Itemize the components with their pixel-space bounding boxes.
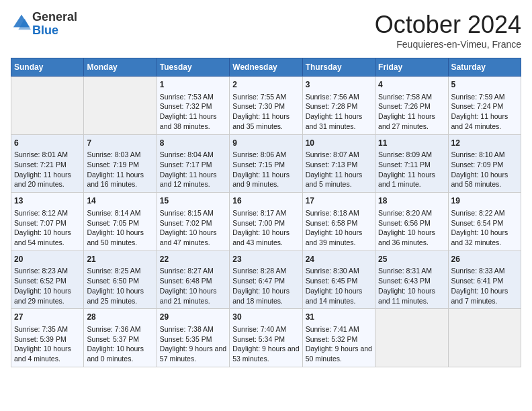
day-number: 1: [160, 79, 226, 91]
daylight-text: Daylight: 10 hours and 21 minutes.: [160, 286, 226, 306]
sunset-text: Sunset: 7:26 PM: [378, 101, 445, 111]
sunrise-text: Sunrise: 8:31 AM: [378, 266, 445, 276]
sunset-text: Sunset: 7:00 PM: [232, 218, 299, 228]
sunrise-text: Sunrise: 8:14 AM: [87, 208, 153, 218]
calendar-cell: 23Sunrise: 8:28 AMSunset: 6:47 PMDayligh…: [230, 250, 302, 309]
calendar-cell: [84, 77, 157, 135]
day-number: 8: [160, 138, 226, 149]
calendar-cell: 29Sunrise: 7:38 AMSunset: 5:35 PMDayligh…: [157, 309, 229, 367]
sunset-text: Sunset: 6:58 PM: [306, 218, 372, 228]
sunset-text: Sunset: 7:09 PM: [451, 160, 518, 170]
calendar-week-row: 27Sunrise: 7:35 AMSunset: 5:39 PMDayligh…: [11, 309, 521, 367]
calendar-cell: 28Sunrise: 7:36 AMSunset: 5:37 PMDayligh…: [84, 309, 157, 367]
daylight-text: Daylight: 10 hours and 14 minutes.: [306, 286, 372, 306]
day-number: 15: [160, 195, 226, 207]
day-number: 28: [87, 312, 153, 323]
logo: General Blue: [11, 11, 77, 38]
day-of-week-header: Saturday: [448, 58, 521, 77]
calendar-cell: 15Sunrise: 8:15 AMSunset: 7:02 PMDayligh…: [157, 193, 229, 251]
calendar-cell: 22Sunrise: 8:27 AMSunset: 6:48 PMDayligh…: [157, 250, 229, 309]
daylight-text: Daylight: 9 hours and 50 minutes.: [306, 344, 372, 363]
calendar-table: SundayMondayTuesdayWednesdayThursdayFrid…: [11, 58, 521, 367]
sunset-text: Sunset: 7:28 PM: [306, 101, 372, 111]
sunrise-text: Sunrise: 7:56 AM: [306, 92, 372, 102]
sunrise-text: Sunrise: 8:03 AM: [87, 150, 153, 160]
day-number: 7: [87, 138, 153, 149]
daylight-text: Daylight: 9 hours and 57 minutes.: [160, 344, 226, 363]
daylight-text: Daylight: 11 hours and 9 minutes.: [232, 170, 299, 189]
sunrise-text: Sunrise: 8:15 AM: [160, 208, 226, 218]
daylight-text: Daylight: 9 hours and 53 minutes.: [232, 344, 299, 363]
sunrise-text: Sunrise: 7:38 AM: [160, 324, 226, 334]
calendar-week-row: 1Sunrise: 7:53 AMSunset: 7:32 PMDaylight…: [11, 77, 521, 135]
sunset-text: Sunset: 6:47 PM: [232, 276, 299, 286]
sunrise-text: Sunrise: 8:28 AM: [232, 266, 299, 276]
calendar-header: SundayMondayTuesdayWednesdayThursdayFrid…: [11, 58, 521, 77]
sunset-text: Sunset: 5:35 PM: [160, 334, 226, 345]
day-number: 11: [378, 138, 445, 149]
sunset-text: Sunset: 5:34 PM: [232, 334, 299, 345]
calendar-week-row: 20Sunrise: 8:23 AMSunset: 6:52 PMDayligh…: [11, 250, 521, 309]
sunrise-text: Sunrise: 8:17 AM: [232, 208, 299, 218]
day-number: 14: [87, 195, 153, 207]
daylight-text: Daylight: 11 hours and 38 minutes.: [160, 111, 226, 131]
daylight-text: Daylight: 10 hours and 54 minutes.: [14, 228, 81, 247]
sunset-text: Sunset: 7:19 PM: [87, 160, 153, 170]
day-number: 19: [451, 195, 518, 207]
day-number: 13: [14, 195, 81, 207]
day-number: 9: [232, 138, 299, 149]
day-number: 4: [378, 79, 445, 91]
calendar-cell: 9Sunrise: 8:06 AMSunset: 7:15 PMDaylight…: [230, 134, 302, 193]
day-number: 21: [87, 254, 153, 265]
day-number: 31: [306, 312, 372, 323]
day-of-week-header: Thursday: [302, 58, 375, 77]
sunrise-text: Sunrise: 7:40 AM: [232, 324, 299, 334]
calendar-cell: 16Sunrise: 8:17 AMSunset: 7:00 PMDayligh…: [230, 193, 302, 251]
day-of-week-header: Monday: [84, 58, 157, 77]
sunset-text: Sunset: 7:13 PM: [306, 160, 372, 170]
sunrise-text: Sunrise: 8:18 AM: [306, 208, 372, 218]
logo-blue-text: Blue: [32, 24, 58, 37]
day-of-week-header: Friday: [375, 58, 448, 77]
sunrise-text: Sunrise: 7:55 AM: [232, 92, 299, 102]
calendar-cell: 17Sunrise: 8:18 AMSunset: 6:58 PMDayligh…: [302, 193, 375, 251]
daylight-text: Daylight: 10 hours and 58 minutes.: [451, 170, 518, 189]
daylight-text: Daylight: 11 hours and 27 minutes.: [378, 111, 445, 131]
calendar-week-row: 6Sunrise: 8:01 AMSunset: 7:21 PMDaylight…: [11, 134, 521, 193]
sunset-text: Sunset: 7:21 PM: [14, 160, 81, 170]
daylight-text: Daylight: 10 hours and 39 minutes.: [306, 228, 372, 247]
sunrise-text: Sunrise: 7:53 AM: [160, 92, 226, 102]
sunrise-text: Sunrise: 7:36 AM: [87, 324, 153, 334]
sunset-text: Sunset: 7:32 PM: [160, 101, 226, 111]
sunset-text: Sunset: 6:43 PM: [378, 276, 445, 286]
calendar-cell: 27Sunrise: 7:35 AMSunset: 5:39 PMDayligh…: [11, 309, 84, 367]
day-number: 10: [306, 138, 372, 149]
day-number: 17: [306, 195, 372, 207]
sunset-text: Sunset: 6:48 PM: [160, 276, 226, 286]
daylight-text: Daylight: 10 hours and 0 minutes.: [87, 344, 153, 363]
location-label: Feuquieres-en-Vimeu, France: [375, 39, 521, 50]
sunset-text: Sunset: 7:11 PM: [378, 160, 445, 170]
calendar-cell: [375, 309, 448, 367]
sunrise-text: Sunrise: 8:30 AM: [306, 266, 372, 276]
sunset-text: Sunset: 7:07 PM: [14, 218, 81, 228]
sunrise-text: Sunrise: 8:06 AM: [232, 150, 299, 160]
daylight-text: Daylight: 11 hours and 35 minutes.: [232, 111, 299, 131]
month-title: October 2024: [375, 11, 521, 39]
day-number: 20: [14, 254, 81, 265]
sunrise-text: Sunrise: 7:41 AM: [306, 324, 372, 334]
calendar-cell: 5Sunrise: 7:59 AMSunset: 7:24 PMDaylight…: [448, 77, 521, 135]
day-number: 23: [232, 254, 299, 265]
daylight-text: Daylight: 11 hours and 5 minutes.: [306, 170, 372, 189]
sunset-text: Sunset: 6:41 PM: [451, 276, 518, 286]
sunrise-text: Sunrise: 7:35 AM: [14, 324, 81, 334]
sunrise-text: Sunrise: 8:20 AM: [378, 208, 445, 218]
calendar-cell: 20Sunrise: 8:23 AMSunset: 6:52 PMDayligh…: [11, 250, 84, 309]
day-number: 16: [232, 195, 299, 207]
sunset-text: Sunset: 5:37 PM: [87, 334, 153, 345]
day-number: 24: [306, 254, 372, 265]
calendar-cell: 7Sunrise: 8:03 AMSunset: 7:19 PMDaylight…: [84, 134, 157, 193]
day-of-week-header: Sunday: [11, 58, 84, 77]
day-number: 18: [378, 195, 445, 207]
day-number: 3: [306, 79, 372, 91]
